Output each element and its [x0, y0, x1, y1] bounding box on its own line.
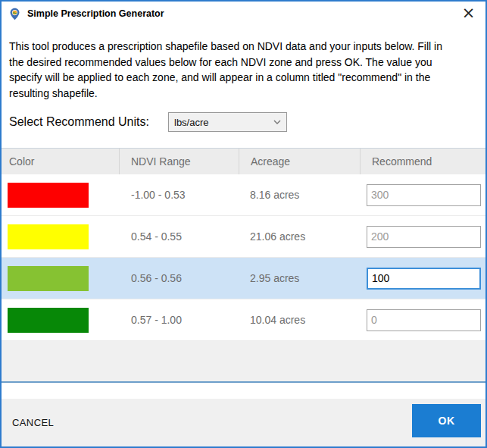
acreage-value: 21.06 acres	[239, 230, 360, 243]
zone-color-swatch	[8, 183, 89, 208]
recommend-input[interactable]	[367, 226, 481, 248]
dialog-footer: CANCEL OK	[2, 399, 485, 446]
recommend-input[interactable]	[367, 309, 481, 331]
units-select[interactable]: lbs/acre	[168, 112, 287, 132]
zone-color-swatch	[8, 224, 89, 249]
simple-prescription-generator-dialog: { "window": { "title": "Simple Prescript…	[0, 0, 487, 448]
table-row-zone-4[interactable]: 0.57 - 1.00 10.04 acres	[2, 299, 485, 341]
ndvi-range-value: 0.57 - 1.00	[119, 314, 239, 326]
acreage-value: 8.16 acres	[239, 189, 360, 201]
units-selected-value: lbs/acre	[174, 117, 209, 128]
map-pin-icon	[8, 8, 21, 20]
units-label: Select Recommend Units:	[9, 115, 149, 129]
acreage-value: 2.95 acres	[239, 272, 360, 284]
window-title: Simple Prescription Generator	[27, 8, 164, 19]
ok-button[interactable]: OK	[412, 404, 481, 437]
table-row-zone-3[interactable]: 0.56 - 0.56 2.95 acres	[2, 258, 485, 299]
zone-color-swatch	[8, 308, 89, 333]
column-header-acreage: Acreage	[239, 149, 360, 174]
ndvi-range-value: -1.00 - 0.53	[119, 189, 239, 201]
title-bar: Simple Prescription Generator ×	[2, 2, 485, 26]
dialog-description: This tool produces a prescription shapef…	[9, 39, 450, 101]
units-row: Select Recommend Units:	[9, 111, 149, 133]
cancel-button[interactable]: CANCEL	[12, 417, 54, 428]
column-header-ndvi-range: NDVI Range	[119, 149, 239, 174]
acreage-value: 10.04 acres	[239, 314, 360, 326]
ndvi-range-value: 0.56 - 0.56	[119, 272, 239, 284]
table-row-zone-1[interactable]: -1.00 - 0.53 8.16 acres	[2, 174, 485, 216]
close-icon[interactable]: ×	[451, 2, 485, 25]
chevron-down-icon	[273, 120, 281, 125]
recommend-input-focused[interactable]	[367, 268, 481, 290]
ndvi-zones-table: Color NDVI Range Acreage Recommend -1.00…	[2, 148, 485, 383]
recommend-input[interactable]	[367, 184, 481, 206]
table-row-zone-2[interactable]: 0.54 - 0.55 21.06 acres	[2, 216, 485, 258]
table-header-row: Color NDVI Range Acreage Recommend	[2, 149, 485, 174]
column-header-color: Color	[2, 149, 119, 174]
zone-color-swatch	[8, 266, 89, 291]
ndvi-range-value: 0.54 - 0.55	[119, 230, 239, 243]
column-header-recommend: Recommend	[360, 149, 485, 174]
